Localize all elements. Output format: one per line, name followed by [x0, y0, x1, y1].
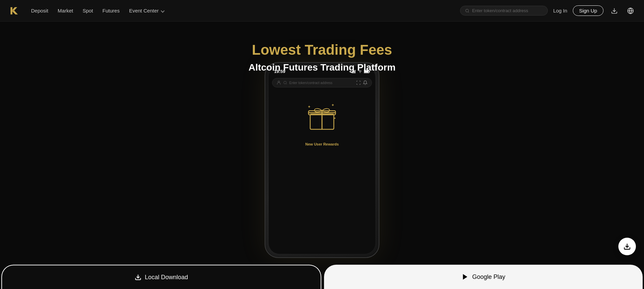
gift-icon-area [305, 99, 339, 134]
logo[interactable] [8, 5, 20, 17]
phone-mockup-area: 19:59 [254, 62, 390, 265]
search-icon [465, 8, 469, 13]
phone-search-text: Enter token/contract address [289, 81, 332, 85]
hero-text: Lowest Trading Fees Altcoin Futures Trad… [248, 22, 396, 73]
navbar-right: Log In Sign Up [460, 5, 636, 16]
language-button[interactable] [625, 5, 636, 16]
chevron-down-icon [161, 9, 164, 12]
svg-marker-26 [463, 274, 467, 280]
download-icon [611, 7, 618, 14]
svg-point-12 [278, 81, 280, 83]
google-play-button[interactable]: Google Play [324, 265, 643, 289]
svg-point-0 [465, 9, 468, 12]
float-download-icon [623, 243, 631, 250]
search-input[interactable] [472, 8, 543, 13]
phone-search-icon [283, 81, 287, 85]
search-bar[interactable] [460, 6, 548, 16]
signup-button[interactable]: Sign Up [573, 5, 603, 16]
hero-section: Lowest Trading Fees Altcoin Futures Trad… [0, 0, 644, 289]
navbar: Deposit Market Spot Futures Event Center… [0, 0, 644, 22]
nav-link-futures[interactable]: Futures [103, 8, 120, 14]
nav-link-spot[interactable]: Spot [83, 8, 93, 14]
hero-subtitle: Altcoin Futures Trading Platform [248, 62, 396, 73]
nav-link-market[interactable]: Market [58, 8, 73, 14]
nav-links: Deposit Market Spot Futures Event Center [31, 8, 164, 14]
reward-text-area: New User Rewards [305, 141, 339, 147]
globe-icon [627, 7, 634, 14]
google-play-label: Google Play [472, 273, 505, 281]
google-play-icon [461, 273, 469, 281]
phone-screen: 19:59 [269, 66, 375, 254]
nav-link-event-center[interactable]: Event Center [129, 8, 164, 14]
phone-avatar-icon [276, 80, 281, 85]
phone-content: New User Rewards [269, 89, 375, 150]
login-button[interactable]: Log In [553, 8, 567, 14]
phone-mockup: 19:59 [265, 62, 379, 258]
nav-link-deposit[interactable]: Deposit [31, 8, 48, 14]
local-download-button[interactable]: Local Download [1, 265, 321, 289]
phone-bell-icon [363, 80, 368, 85]
svg-point-13 [284, 81, 287, 84]
phone-search-bar: Enter token/contract address [272, 78, 372, 87]
gift-icon [305, 99, 339, 133]
local-download-label: Local Download [145, 274, 188, 281]
download-local-icon [135, 274, 141, 281]
navbar-left: Deposit Market Spot Futures Event Center [8, 5, 164, 17]
download-bar: Local Download Google Play [0, 265, 644, 289]
reward-text: New User Rewards [305, 142, 339, 146]
hero-title: Lowest Trading Fees [248, 42, 396, 58]
phone-scan-icon [356, 80, 361, 85]
download-nav-button[interactable] [609, 5, 620, 16]
float-download-button[interactable] [618, 238, 636, 255]
